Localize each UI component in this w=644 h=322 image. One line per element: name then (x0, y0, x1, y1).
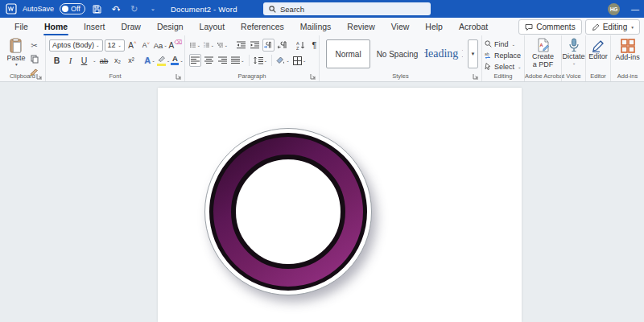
tab-acrobat[interactable]: Acrobat (451, 18, 496, 35)
highlight-color-button[interactable]: ⌄ (158, 54, 170, 67)
search-input[interactable]: Search (263, 2, 431, 15)
superscript-button[interactable]: x² (126, 54, 138, 67)
undo-icon[interactable]: ↶▾ (109, 2, 122, 15)
paragraph-dialog-launcher[interactable] (310, 73, 316, 80)
word-app-icon[interactable] (6, 3, 17, 14)
tab-view[interactable]: View (383, 18, 418, 35)
subscript-button[interactable]: x₂ (112, 54, 124, 67)
left-to-right-text-button[interactable] (262, 39, 275, 52)
change-case-button[interactable]: Aa⌄ (154, 39, 167, 52)
styles-gallery-more-button[interactable]: ▼ (468, 39, 478, 68)
text-effects-button[interactable]: A⌄ (144, 54, 156, 67)
document-page[interactable] (158, 88, 522, 322)
comment-icon (525, 23, 533, 31)
align-right-button[interactable] (217, 54, 229, 67)
font-dialog-launcher[interactable] (175, 73, 182, 80)
strikethrough-button[interactable]: ab (98, 54, 110, 67)
create-pdf-button[interactable]: A Create a PDF (525, 35, 561, 69)
find-icon (485, 40, 492, 47)
tab-review[interactable]: Review (339, 18, 382, 35)
font-color-button[interactable]: A ⌄ (171, 54, 184, 67)
shading-button[interactable]: ⌄ (275, 54, 291, 67)
search-placeholder: Search (280, 5, 304, 14)
grow-font-button[interactable]: A˄ (126, 39, 138, 52)
editing-label: Editing (603, 23, 628, 31)
donut-shape[interactable] (204, 128, 372, 295)
acrobat-group: A Create a PDF Adobe Acrobat (524, 35, 561, 81)
font-group: Aptos (Body)⌄ 12⌄ A˄ A˅ Aa⌄ A⌫ B I U ⌄ a… (45, 35, 184, 81)
underline-button[interactable]: U (78, 54, 90, 67)
tab-draw[interactable]: Draw (113, 18, 149, 35)
tab-mailings[interactable]: Mailings (292, 18, 340, 35)
highlighter-icon (157, 56, 166, 63)
chevron-down-icon: ⌄ (572, 60, 576, 65)
svg-text:ab: ab (485, 52, 489, 56)
shrink-font-button[interactable]: A˅ (140, 39, 152, 52)
align-center-button[interactable] (203, 54, 215, 67)
paste-label: Paste (6, 54, 25, 62)
style-heading-1[interactable]: Heading 1 (424, 40, 463, 68)
tab-help[interactable]: Help (417, 18, 451, 35)
sort-button[interactable]: AZ (295, 39, 307, 52)
save-icon[interactable] (91, 2, 104, 15)
tab-layout[interactable]: Layout (192, 18, 233, 35)
document-title: Document2 - Word (171, 5, 237, 14)
select-cursor-icon (485, 63, 492, 70)
tab-file[interactable]: File (6, 18, 36, 35)
document-canvas[interactable] (0, 82, 644, 322)
borders-button[interactable]: ⌄ (292, 54, 308, 67)
bold-button[interactable]: B (51, 54, 63, 67)
styles-dialog-launcher[interactable] (473, 73, 479, 80)
autosave-label: AutoSave (23, 5, 54, 13)
multilevel-list-button[interactable]: ⌄ (217, 39, 229, 52)
editing-group-label: Editing (482, 72, 524, 80)
copy-icon[interactable] (28, 52, 40, 65)
donut-hole (231, 155, 345, 269)
tab-references[interactable]: References (233, 18, 292, 35)
editing-mode-button[interactable]: Editing ▾ (585, 19, 640, 35)
chevron-down-icon: ▾ (15, 62, 18, 67)
underline-chevron-icon[interactable]: ⌄ (93, 58, 97, 63)
customize-qat-icon[interactable]: ⌄ (147, 2, 159, 15)
decrease-indent-button[interactable] (235, 39, 247, 52)
editor-button[interactable]: Editor (586, 35, 610, 60)
cut-icon[interactable]: ✂ (28, 39, 40, 52)
dictate-button[interactable]: Dictate ⌄ (562, 35, 585, 66)
tab-insert[interactable]: Insert (76, 18, 113, 35)
divider (249, 55, 250, 66)
justify-button[interactable]: ⌄ (230, 54, 246, 67)
font-family-combobox[interactable]: Aptos (Body)⌄ (49, 39, 103, 52)
comments-button[interactable]: Comments (518, 19, 581, 35)
font-size-combobox[interactable]: 12⌄ (105, 39, 125, 52)
avatar-initials: HG (610, 6, 618, 12)
minimize-button[interactable]: — (631, 5, 639, 14)
numbering-button[interactable]: 12⌄ (203, 39, 215, 52)
italic-button[interactable]: I (64, 54, 76, 67)
find-button[interactable]: Find⌄ (482, 39, 524, 49)
addins-grid-icon (621, 39, 635, 53)
right-to-left-text-button[interactable] (276, 39, 288, 52)
microphone-icon (568, 38, 580, 52)
paragraph-group-label: Paragraph (185, 72, 319, 80)
select-button[interactable]: Select⌄ (482, 61, 524, 72)
line-spacing-button[interactable]: ⌄ (253, 54, 269, 67)
style-normal[interactable]: Normal (326, 39, 370, 68)
search-icon (269, 6, 276, 13)
tab-home[interactable]: Home (36, 18, 76, 35)
clear-formatting-button[interactable]: A⌫ (169, 39, 182, 52)
paste-clipboard-icon (9, 38, 23, 54)
comments-label: Comments (536, 23, 575, 31)
addins-button[interactable]: Add-ins (611, 35, 644, 61)
clipboard-dialog-launcher[interactable] (36, 73, 43, 80)
editing-group: Find⌄ ab Replace Select⌄ Editing (481, 35, 524, 81)
style-no-spacing[interactable]: No Spacing (375, 40, 419, 68)
autosave-toggle[interactable]: Off (60, 3, 85, 14)
tab-design[interactable]: Design (149, 18, 192, 35)
bullets-button[interactable]: ⌄ (189, 39, 201, 52)
increase-indent-button[interactable] (249, 39, 261, 52)
align-left-button[interactable] (189, 54, 201, 67)
replace-button[interactable]: ab Replace (482, 50, 524, 60)
redo-icon[interactable]: ↻ (128, 2, 141, 15)
avatar[interactable]: HG (608, 3, 620, 15)
menu-bar: FileHomeInsertDrawDesignLayoutReferences… (0, 18, 644, 35)
